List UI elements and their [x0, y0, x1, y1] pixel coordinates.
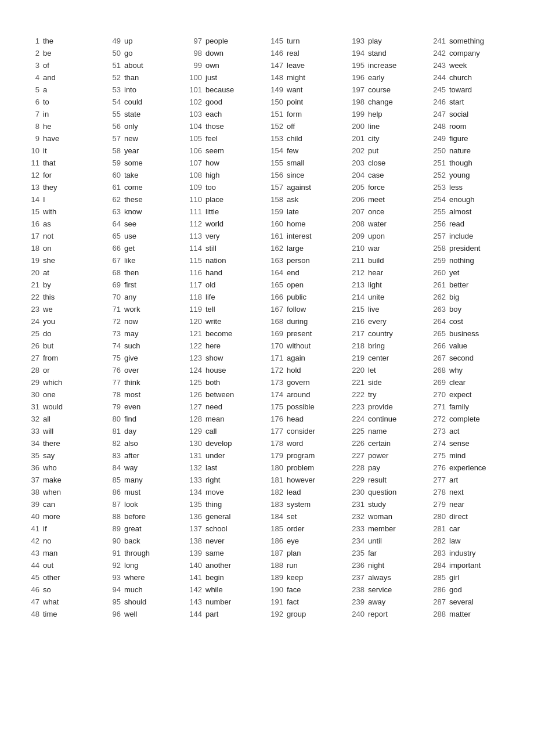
word-text: up: [124, 37, 132, 45]
word-number: 270: [430, 390, 446, 399]
word-number: 1: [23, 37, 39, 45]
word-number: 19: [23, 256, 39, 265]
list-item: 192group: [267, 608, 348, 620]
list-item: 15with: [23, 206, 104, 218]
word-text: general: [205, 512, 230, 521]
word-text: system: [287, 500, 311, 509]
list-item: 73may: [104, 327, 186, 340]
list-item: 109too: [186, 181, 267, 193]
word-text: and: [43, 73, 56, 82]
list-item: 53into: [104, 84, 186, 96]
list-item: 7in: [23, 108, 104, 120]
list-item: 271family: [430, 401, 511, 413]
word-number: 144: [186, 610, 202, 618]
word-text: power: [368, 451, 388, 460]
list-item: 249figure: [430, 132, 511, 145]
word-number: 151: [267, 110, 283, 118]
word-text: public: [287, 293, 306, 301]
list-item: 18on: [23, 242, 104, 254]
list-item: 130develop: [186, 437, 267, 449]
word-text: part: [205, 610, 218, 618]
list-item: 170without: [267, 340, 348, 352]
word-text: few: [287, 146, 298, 155]
word-number: 225: [348, 427, 365, 435]
word-number: 137: [186, 524, 202, 533]
word-number: 74: [104, 341, 121, 350]
list-item: 34there: [23, 437, 104, 449]
word-number: 87: [104, 500, 121, 509]
word-number: 97: [186, 37, 202, 45]
list-item: 257include: [430, 230, 511, 242]
word-text: not: [43, 232, 53, 240]
list-item: 277art: [430, 474, 511, 486]
list-item: 62these: [104, 193, 186, 206]
word-text: better: [449, 280, 468, 289]
word-text: or: [43, 366, 50, 375]
word-number: 162: [267, 244, 283, 253]
word-text: even: [124, 402, 140, 411]
list-item: 107how: [186, 157, 267, 169]
word-text: they: [43, 183, 57, 192]
word-text: never: [205, 537, 225, 545]
word-text: before: [124, 512, 146, 521]
word-number: 96: [104, 610, 121, 618]
list-item: 255almost: [430, 206, 511, 218]
word-text: long: [124, 561, 139, 570]
word-text: those: [205, 122, 224, 131]
word-text: nothing: [449, 256, 474, 265]
list-item: 143number: [186, 596, 267, 608]
list-item: 40more: [23, 510, 104, 523]
word-text: need: [205, 402, 222, 411]
word-text: then: [124, 268, 139, 277]
word-text: big: [449, 293, 459, 301]
list-item: 244church: [430, 71, 511, 84]
list-item: 201city: [348, 132, 430, 145]
word-number: 175: [267, 402, 283, 411]
word-number: 149: [267, 85, 283, 94]
list-item: 191fact: [267, 596, 348, 608]
word-number: 272: [430, 415, 446, 423]
word-text: group: [287, 610, 306, 618]
word-number: 53: [104, 85, 121, 94]
word-text: end: [287, 268, 300, 277]
list-item: 93where: [104, 571, 186, 584]
list-item: 134move: [186, 486, 267, 498]
word-text: still: [205, 244, 217, 253]
list-item: 242company: [430, 47, 511, 59]
word-text: because: [205, 85, 234, 94]
word-number: 173: [267, 378, 283, 387]
list-item: 99own: [186, 59, 267, 71]
word-number: 244: [430, 73, 446, 82]
list-item: 29which: [23, 376, 104, 388]
list-item: 101because: [186, 84, 267, 96]
list-item: 228pay: [348, 462, 430, 474]
list-item: 120write: [186, 315, 267, 327]
word-text: in: [43, 110, 49, 118]
word-text: into: [124, 85, 136, 94]
list-item: 106seem: [186, 145, 267, 157]
word-text: nature: [449, 146, 471, 155]
list-item: 261better: [430, 279, 511, 291]
word-text: life: [205, 293, 215, 301]
word-text: person: [287, 256, 310, 265]
list-item: 287several: [430, 596, 511, 608]
list-item: 247social: [430, 108, 511, 120]
word-text: become: [205, 329, 232, 338]
list-item: 92long: [104, 559, 186, 571]
list-item: 248room: [430, 120, 511, 132]
word-number: 82: [104, 439, 121, 448]
word-number: 255: [430, 207, 446, 216]
list-item: 115nation: [186, 254, 267, 267]
list-item: 76over: [104, 364, 186, 376]
word-text: real: [287, 49, 300, 57]
word-text: so: [43, 585, 51, 594]
list-item: 270expect: [430, 388, 511, 401]
word-text: open: [287, 280, 304, 289]
list-item: 46so: [23, 584, 104, 596]
word-number: 262: [430, 293, 446, 301]
list-item: 241something: [430, 35, 511, 47]
word-text: experience: [449, 463, 486, 472]
word-text: important: [449, 561, 481, 570]
word-text: state: [124, 110, 140, 118]
list-item: 164end: [267, 267, 348, 279]
